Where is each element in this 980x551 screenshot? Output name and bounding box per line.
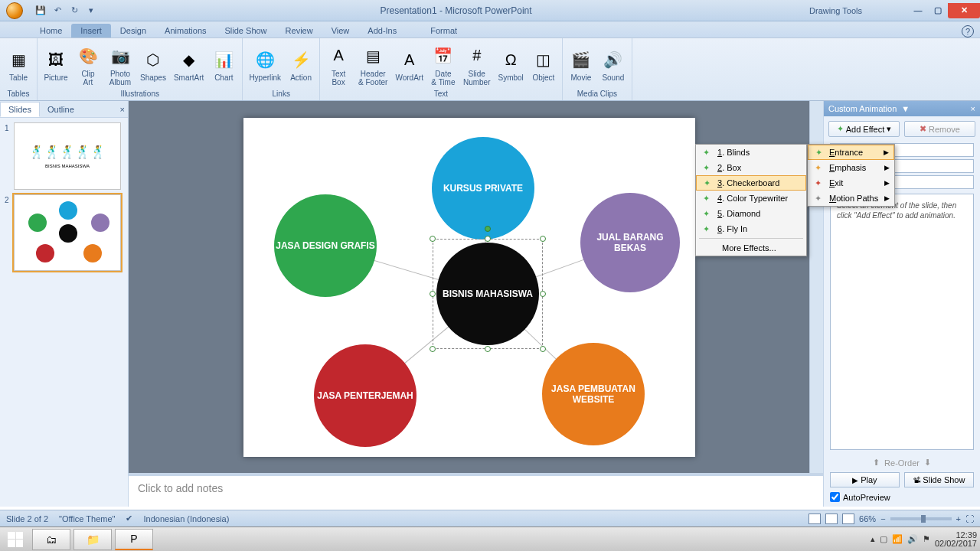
undo-icon[interactable]: ↶	[51, 4, 64, 18]
notes-pane[interactable]: Click to add notes	[129, 473, 823, 507]
tray-network-icon[interactable]: 📶	[892, 534, 903, 544]
circle-design[interactable]: JASA DESIGN GRAFIS	[274, 194, 377, 297]
move-up-icon[interactable]: ⬆	[873, 458, 880, 468]
minimize-button[interactable]: —	[908, 3, 928, 18]
tab-insert[interactable]: Insert	[71, 24, 111, 37]
hyperlink-button[interactable]: 🌐Hyperlink	[246, 46, 284, 83]
taskbar-app-1[interactable]: 🗂	[32, 529, 70, 550]
slide-canvas[interactable]: KURSUS PRIVATEJASA DESIGN GRAFISJUAL BAR…	[243, 118, 695, 457]
move-down-icon[interactable]: ⬇	[924, 458, 931, 468]
tab-design[interactable]: Design	[111, 24, 155, 37]
slide-number-button[interactable]: #SlideNumber	[460, 42, 494, 88]
slideshow-button[interactable]: 📽 Slide Show	[904, 472, 974, 487]
effect-box[interactable]: ✦2. Box	[696, 160, 806, 175]
start-button[interactable]	[0, 527, 31, 552]
circle-website[interactable]: JASA PEMBUATAN WEBSITE	[542, 343, 645, 445]
pane-close-icon[interactable]: ×	[971, 104, 975, 113]
contextual-tab-label: Drawing Tools	[809, 6, 908, 15]
photo-album-button[interactable]: 📷PhotoAlbum	[105, 42, 136, 88]
thumb-number: 2	[5, 194, 14, 271]
header-footer-button[interactable]: ▤Header& Footer	[355, 42, 390, 88]
circle-penterjemah[interactable]: JASA PENTERJEMAH	[314, 344, 416, 447]
tab-animations[interactable]: Animations	[155, 24, 215, 37]
add-effect-button[interactable]: ✦ Add Effect ▾	[828, 121, 900, 137]
shapes-button[interactable]: ⬡Shapes	[137, 46, 169, 83]
fit-window-button[interactable]: ⛶	[965, 514, 974, 523]
circle-jual[interactable]: JUAL BARANG BEKAS	[580, 193, 680, 292]
tab-home[interactable]: Home	[31, 24, 71, 37]
effect-checkerboard[interactable]: ✦3. Checkerboard	[696, 175, 806, 191]
zoom-in-button[interactable]: +	[956, 514, 961, 523]
window-title: Presentation1 - Microsoft PowerPoint	[103, 5, 809, 16]
action-button[interactable]: ⚡Action	[286, 46, 316, 83]
effect-blinds[interactable]: ✦1. Blinds	[696, 145, 806, 160]
close-button[interactable]: ✕	[948, 3, 980, 18]
slide-number-icon: #	[465, 44, 489, 68]
tray-action-icon[interactable]: ▢	[880, 534, 887, 544]
effect-diamond[interactable]: ✦5. Diamond	[696, 206, 806, 221]
object-button[interactable]: ◫Object	[528, 46, 559, 83]
effect-fly-in[interactable]: ✦6. Fly In	[696, 221, 806, 236]
save-icon[interactable]: 💾	[34, 4, 47, 18]
table-icon: ▦	[6, 47, 31, 72]
autopreview-checkbox[interactable]: AutoPreview	[830, 492, 974, 502]
symbol-button[interactable]: ΩSymbol	[495, 46, 527, 83]
tray-clock[interactable]: 12:3902/02/2017	[935, 531, 977, 548]
slide-thumbnail-2[interactable]	[14, 194, 121, 271]
spellcheck-icon[interactable]: ✔	[126, 514, 132, 523]
office-button[interactable]	[0, 0, 29, 21]
redo-icon[interactable]: ↻	[67, 4, 81, 18]
tab-slide-show[interactable]: Slide Show	[216, 24, 276, 37]
slides-tab[interactable]: Slides	[0, 102, 40, 117]
effect-category-exit[interactable]: ✦Exit▶	[808, 175, 894, 191]
language-indicator[interactable]: Indonesian (Indonesia)	[143, 514, 229, 523]
pane-menu-icon[interactable]: ▼	[901, 104, 910, 113]
effect-category-motion-paths[interactable]: ✦Motion Paths▶	[808, 191, 894, 206]
tab-review[interactable]: Review	[276, 24, 322, 37]
tray-volume-icon[interactable]: 🔊	[907, 534, 918, 544]
star-icon: ✦	[701, 223, 711, 234]
object-icon: ◫	[531, 47, 556, 72]
table-button[interactable]: ▦Table	[3, 46, 34, 83]
effect-category-entrance[interactable]: ✦Entrance▶	[808, 145, 894, 160]
effect-color-typewriter[interactable]: ✦4. Color Typewriter	[696, 191, 806, 206]
circle-kursus[interactable]: KURSUS PRIVATE	[432, 137, 534, 240]
header-footer-icon: ▤	[361, 44, 385, 68]
smartart-button[interactable]: ◆SmartArt	[171, 46, 207, 83]
zoom-level[interactable]: 66%	[859, 514, 876, 523]
pane-title: Custom Animation	[828, 104, 897, 113]
sound-button[interactable]: 🔊Sound	[598, 46, 629, 83]
movie-button[interactable]: 🎬Movie	[566, 46, 596, 83]
tab-view[interactable]: View	[322, 24, 359, 37]
date-time-button[interactable]: 📅Date& Time	[428, 42, 459, 88]
tab-format[interactable]: Format	[421, 24, 466, 37]
wordart-button[interactable]: AWordArt	[392, 46, 426, 83]
effect-category-emphasis[interactable]: ✦Emphasis▶	[808, 160, 894, 175]
more-effects[interactable]: More Effects...	[696, 240, 806, 256]
zoom-out-button[interactable]: −	[880, 514, 885, 523]
clip-art-button[interactable]: 🎨ClipArt	[73, 42, 103, 88]
tray-chevron-icon[interactable]: ▴	[871, 534, 875, 544]
sorter-view-button[interactable]	[825, 514, 838, 524]
play-button[interactable]: ▶ Play	[830, 472, 900, 487]
tray-flag-icon[interactable]: ⚑	[923, 534, 930, 544]
animation-list: Select an element of the slide, then cli…	[830, 194, 974, 450]
text-box-button[interactable]: ATextBox	[323, 42, 354, 88]
slide-thumbnail-1[interactable]: 🕺🕺🕺🕺🕺 BISNIS MAHASISWA	[14, 122, 121, 190]
outline-tab[interactable]: Outline	[40, 103, 82, 116]
windows-taskbar: 🗂 📁 P ▴ ▢ 📶 🔊 ⚑ 12:3902/02/2017	[0, 527, 980, 551]
close-panel-icon[interactable]: ×	[120, 105, 125, 114]
chart-button[interactable]: 📊Chart	[208, 46, 239, 83]
taskbar-powerpoint[interactable]: P	[115, 529, 153, 550]
qat-menu-icon[interactable]: ▾	[84, 4, 98, 18]
slideshow-view-button[interactable]	[842, 514, 854, 524]
taskbar-app-2[interactable]: 📁	[74, 529, 112, 550]
help-icon[interactable]: ?	[962, 25, 974, 37]
normal-view-button[interactable]	[808, 514, 821, 524]
effect-category-menu: ✦Entrance▶✦Emphasis▶✦Exit▶✦Motion Paths▶	[807, 144, 895, 207]
maximize-button[interactable]: ▢	[928, 3, 948, 18]
zoom-slider[interactable]	[890, 517, 952, 520]
picture-button[interactable]: 🖼Picture	[41, 46, 71, 83]
date-time-icon: 📅	[431, 44, 456, 68]
tab-add-ins[interactable]: Add-Ins	[358, 24, 406, 37]
